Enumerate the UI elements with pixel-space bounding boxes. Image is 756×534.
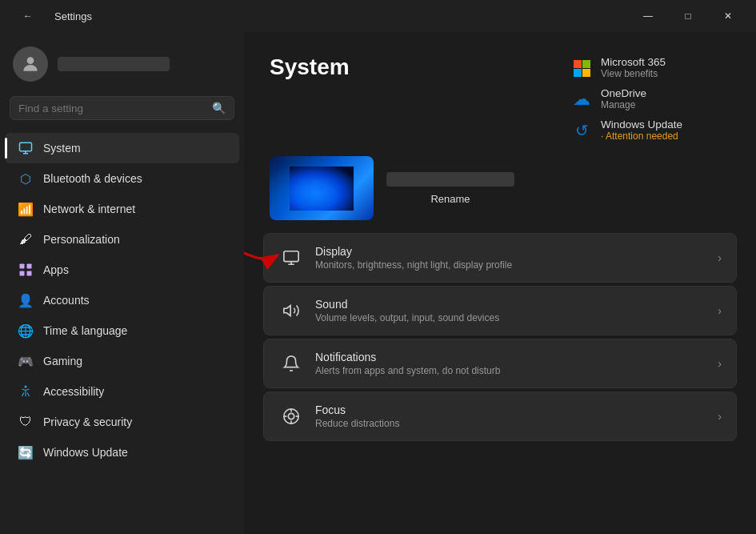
maximize-button[interactable]: □ bbox=[670, 3, 706, 29]
device-area: Rename bbox=[244, 156, 756, 233]
notifications-chevron: › bbox=[718, 357, 722, 370]
settings-item-focus[interactable]: Focus Reduce distractions › bbox=[263, 391, 737, 441]
notifications-icon bbox=[278, 351, 304, 376]
sidebar-item-privacy[interactable]: 🛡 Privacy & security bbox=[5, 407, 239, 437]
time-icon: 🌐 bbox=[18, 323, 34, 339]
sidebar-item-accessibility[interactable]: Accessibility bbox=[5, 376, 239, 407]
display-chevron: › bbox=[718, 251, 722, 264]
onedrive-text: OneDrive Manage bbox=[601, 87, 646, 110]
svg-rect-13 bbox=[284, 251, 298, 262]
accessibility-icon bbox=[18, 383, 34, 399]
display-text: Display Monitors, brightness, night ligh… bbox=[315, 245, 711, 271]
settings-item-display[interactable]: Display Monitors, brightness, night ligh… bbox=[263, 233, 737, 283]
apps-icon bbox=[18, 262, 34, 278]
svg-point-0 bbox=[27, 57, 34, 64]
svg-rect-3 bbox=[27, 264, 32, 269]
sidebar-item-accounts[interactable]: 👤 Accounts bbox=[5, 285, 239, 315]
sound-desc: Volume levels, output, input, sound devi… bbox=[315, 312, 711, 323]
sidebar-item-personalization[interactable]: 🖌 Personalization bbox=[5, 224, 239, 255]
quick-links: Microsoft 365 View benefits ☁ OneDrive M… bbox=[570, 54, 730, 143]
sidebar-label-system: System bbox=[43, 142, 81, 155]
focus-text: Focus Reduce distractions bbox=[315, 404, 711, 429]
sidebar-label-personalization: Personalization bbox=[43, 233, 120, 246]
quick-link-windows-update[interactable]: ↺ Windows Update · Attention needed bbox=[570, 117, 730, 143]
ms365-name: Microsoft 365 bbox=[601, 56, 666, 68]
profile-name-blurred bbox=[58, 57, 170, 71]
sidebar-label-accessibility: Accessibility bbox=[43, 385, 104, 398]
winupdate-icon: ↺ bbox=[570, 119, 593, 142]
sound-text: Sound Volume levels, output, input, soun… bbox=[315, 298, 711, 323]
main-content: System Microsoft 365 View benefi bbox=[244, 32, 756, 534]
search-container: 🔍 bbox=[0, 93, 244, 130]
svg-rect-4 bbox=[20, 271, 25, 276]
windows-update-icon: 🔄 bbox=[18, 444, 34, 460]
network-icon: 📶 bbox=[18, 201, 34, 217]
app-title: Settings bbox=[54, 10, 92, 22]
sidebar-label-windows-update: Windows Update bbox=[43, 446, 128, 459]
titlebar-left: ← Settings bbox=[10, 3, 92, 29]
minimize-button[interactable]: — bbox=[630, 3, 666, 29]
sidebar-item-bluetooth[interactable]: ⬡ Bluetooth & devices bbox=[5, 163, 239, 194]
settings-item-sound[interactable]: Sound Volume levels, output, input, soun… bbox=[263, 286, 737, 335]
sidebar-label-privacy: Privacy & security bbox=[43, 416, 132, 428]
quick-link-ms365[interactable]: Microsoft 365 View benefits bbox=[570, 54, 730, 81]
notifications-desc: Alerts from apps and system, do not dist… bbox=[315, 365, 711, 376]
gaming-icon: 🎮 bbox=[18, 353, 34, 369]
device-wallpaper bbox=[290, 167, 354, 211]
back-button[interactable]: ← bbox=[10, 3, 46, 29]
svg-rect-9 bbox=[574, 69, 582, 77]
notifications-text: Notifications Alerts from apps and syste… bbox=[315, 351, 711, 376]
content-header: System Microsoft 365 View benefi bbox=[244, 32, 756, 156]
search-input[interactable] bbox=[18, 102, 206, 114]
red-arrow-indicator bbox=[244, 232, 280, 283]
sidebar-label-network: Network & internet bbox=[43, 203, 135, 215]
device-name-blurred bbox=[386, 172, 514, 187]
nav-list: System ⬡ Bluetooth & devices 📶 Network &… bbox=[0, 130, 244, 534]
bluetooth-icon: ⬡ bbox=[18, 171, 34, 187]
device-thumbnail bbox=[270, 156, 374, 220]
close-button[interactable]: ✕ bbox=[710, 3, 746, 29]
back-icon: ← bbox=[23, 10, 33, 22]
window-controls: — □ ✕ bbox=[630, 3, 746, 29]
sidebar-item-apps[interactable]: Apps bbox=[5, 255, 239, 285]
device-info: Rename bbox=[386, 172, 514, 205]
svg-point-17 bbox=[288, 413, 294, 419]
winupdate-text: Windows Update · Attention needed bbox=[601, 118, 682, 142]
focus-name: Focus bbox=[315, 404, 711, 416]
winupdate-name: Windows Update bbox=[601, 118, 682, 130]
display-desc: Monitors, brightness, night light, displ… bbox=[315, 259, 711, 271]
page-title: System bbox=[270, 54, 350, 80]
settings-item-notifications[interactable]: Notifications Alerts from apps and syste… bbox=[263, 339, 737, 388]
accounts-icon: 👤 bbox=[18, 292, 34, 308]
sidebar-item-system[interactable]: System bbox=[5, 133, 239, 163]
settings-list: Display Monitors, brightness, night ligh… bbox=[244, 233, 756, 441]
winupdate-sub: · Attention needed bbox=[601, 130, 682, 142]
avatar-icon bbox=[20, 54, 41, 74]
sidebar-item-time[interactable]: 🌐 Time & language bbox=[5, 315, 239, 346]
avatar bbox=[13, 46, 48, 82]
red-arrow-svg bbox=[244, 232, 280, 280]
sound-icon bbox=[278, 298, 304, 323]
system-icon bbox=[18, 140, 34, 156]
sidebar-label-accounts: Accounts bbox=[43, 294, 90, 307]
search-box[interactable]: 🔍 bbox=[10, 96, 234, 120]
sidebar-profile bbox=[0, 32, 244, 93]
maximize-icon: □ bbox=[685, 10, 690, 22]
focus-desc: Reduce distractions bbox=[315, 418, 711, 429]
close-icon: ✕ bbox=[724, 10, 732, 22]
sidebar-item-windows-update[interactable]: 🔄 Windows Update bbox=[5, 437, 239, 468]
svg-rect-11 bbox=[290, 167, 354, 211]
focus-chevron: › bbox=[718, 410, 722, 423]
app-body: 🔍 System ⬡ Bluetooth & devices 📶 Network… bbox=[0, 32, 756, 534]
sidebar: 🔍 System ⬡ Bluetooth & devices 📶 Network… bbox=[0, 32, 244, 534]
quick-link-onedrive[interactable]: ☁ OneDrive Manage bbox=[570, 86, 730, 112]
svg-rect-5 bbox=[27, 271, 32, 276]
sidebar-item-network[interactable]: 📶 Network & internet bbox=[5, 194, 239, 224]
titlebar: ← Settings — □ ✕ bbox=[0, 0, 756, 32]
rename-button[interactable]: Rename bbox=[386, 193, 514, 205]
svg-rect-1 bbox=[20, 143, 32, 151]
privacy-icon: 🛡 bbox=[18, 414, 34, 430]
sidebar-item-gaming[interactable]: 🎮 Gaming bbox=[5, 346, 239, 376]
onedrive-name: OneDrive bbox=[601, 87, 646, 99]
search-icon: 🔍 bbox=[212, 102, 226, 114]
